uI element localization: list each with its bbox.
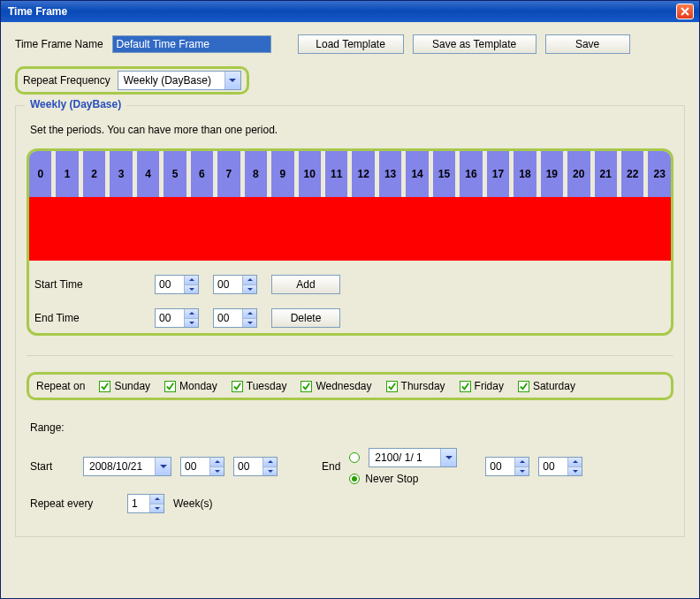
end-hour-spinner[interactable]: [155, 308, 199, 328]
hour-cell[interactable]: 11: [321, 151, 347, 197]
hour-cell[interactable]: 18: [509, 151, 536, 197]
weekly-instruction: Set the periods. You can have more than …: [30, 124, 673, 136]
day-label: Wednesday: [316, 380, 371, 392]
range-start-hour-spinner[interactable]: [180, 457, 224, 476]
repeat-every-down[interactable]: [150, 504, 164, 513]
hour-cell[interactable]: 17: [483, 151, 509, 197]
hour-cell[interactable]: 20: [563, 151, 590, 197]
start-min-up[interactable]: [243, 276, 256, 284]
hour-cell[interactable]: 3: [105, 151, 132, 197]
range-start-hour-up[interactable]: [210, 458, 224, 466]
chevron-up-icon: [155, 497, 160, 500]
close-button[interactable]: [676, 4, 694, 19]
range-end-min-input[interactable]: [539, 458, 567, 475]
end-min-up[interactable]: [243, 309, 256, 318]
checkbox[interactable]: [460, 381, 471, 392]
hour-cell[interactable]: 15: [429, 151, 455, 197]
time-frame-name-input[interactable]: [112, 35, 271, 53]
hour-cell[interactable]: 13: [375, 151, 401, 197]
range-end-hour-up[interactable]: [515, 458, 529, 466]
hour-cell[interactable]: 9: [267, 151, 293, 197]
range-end-min-up[interactable]: [568, 458, 582, 466]
repeat-every-up[interactable]: [150, 495, 164, 504]
end-min-down[interactable]: [243, 318, 256, 328]
repeat-every-input[interactable]: [128, 495, 149, 512]
end-hour-down[interactable]: [185, 318, 198, 328]
range-end-hour-spinner[interactable]: [485, 457, 529, 476]
hour-cell[interactable]: 10: [294, 151, 321, 197]
add-period-button[interactable]: Add: [271, 275, 340, 294]
checkbox[interactable]: [164, 381, 176, 392]
end-hour-input[interactable]: [156, 309, 184, 327]
range-start-hour-input[interactable]: [181, 458, 209, 475]
end-min-input[interactable]: [214, 309, 242, 327]
range-start-date[interactable]: 2008/10/21: [83, 457, 171, 476]
hour-cell[interactable]: 4: [133, 151, 159, 197]
checkbox[interactable]: [232, 381, 243, 392]
range-start-min-down[interactable]: [263, 466, 277, 476]
range-never-stop-label: Never Stop: [365, 473, 418, 485]
hour-cell[interactable]: 23: [643, 151, 670, 197]
range-end-date-radio[interactable]: [349, 452, 360, 463]
day-label: Sunday: [114, 380, 150, 392]
chevron-down-icon: [520, 470, 525, 473]
range-start-min-up[interactable]: [263, 458, 277, 466]
hour-cell[interactable]: 21: [590, 151, 617, 197]
hour-cell[interactable]: 19: [536, 151, 563, 197]
range-start-min-spinner[interactable]: [233, 457, 278, 476]
day-checkbox-saturday: Saturday: [518, 380, 575, 392]
save-as-template-button[interactable]: Save as Template: [413, 34, 536, 54]
checkbox[interactable]: [301, 381, 312, 392]
range-never-stop-radio[interactable]: [349, 474, 360, 484]
chevron-down-icon: [247, 322, 253, 324]
repeat-frequency-select[interactable]: Weekly (DayBase): [118, 71, 241, 90]
chevron-down-icon: [229, 79, 236, 82]
range-start-hour-down[interactable]: [210, 466, 224, 476]
start-hour-input[interactable]: [156, 276, 184, 293]
repeat-frequency-highlight: Repeat Frequency Weekly (DayBase): [15, 66, 249, 95]
period-bar[interactable]: [29, 197, 671, 261]
hour-cell[interactable]: 7: [213, 151, 240, 197]
end-hour-up[interactable]: [185, 309, 198, 318]
checkbox[interactable]: [518, 381, 529, 392]
start-hour-down[interactable]: [185, 284, 198, 294]
load-template-button[interactable]: Load Template: [298, 34, 404, 54]
start-min-down[interactable]: [243, 284, 256, 294]
range-end-date[interactable]: 2100/ 1/ 1: [369, 448, 457, 467]
range-end-hour-down[interactable]: [515, 466, 529, 476]
hour-cell[interactable]: 5: [159, 151, 186, 197]
hour-cell[interactable]: 2: [79, 151, 105, 197]
save-button[interactable]: Save: [545, 34, 630, 54]
range-end-date-dropdown[interactable]: [440, 449, 456, 466]
chevron-down-icon: [247, 288, 253, 291]
divider: [27, 355, 673, 356]
day-label: Monday: [179, 380, 217, 392]
hour-cell[interactable]: 14: [401, 151, 428, 197]
repeat-every-spinner[interactable]: [127, 494, 164, 513]
chevron-down-icon: [155, 507, 160, 510]
hour-cell[interactable]: 16: [455, 151, 482, 197]
checkbox[interactable]: [386, 381, 398, 392]
range-end-hour-input[interactable]: [486, 458, 514, 475]
hour-cell[interactable]: 12: [347, 151, 374, 197]
range-end-min-spinner[interactable]: [538, 457, 582, 476]
range-end-min-down[interactable]: [568, 466, 582, 476]
hour-cell[interactable]: 0: [29, 151, 51, 197]
day-checkbox-wednesday: Wednesday: [301, 380, 371, 392]
start-min-input[interactable]: [214, 276, 242, 293]
hour-cell[interactable]: 6: [186, 151, 213, 197]
range-title: Range:: [30, 421, 670, 434]
checkbox[interactable]: [99, 381, 110, 392]
hour-cell[interactable]: 22: [617, 151, 643, 197]
end-min-spinner[interactable]: [213, 308, 257, 328]
repeat-frequency-dropdown-button[interactable]: [224, 72, 240, 89]
hour-cell[interactable]: 1: [51, 151, 78, 197]
start-hour-up[interactable]: [185, 276, 198, 284]
name-row: Time Frame Name Load Template Save as Te…: [15, 34, 685, 54]
hour-cell[interactable]: 8: [240, 151, 267, 197]
range-start-min-input[interactable]: [234, 458, 262, 475]
delete-period-button[interactable]: Delete: [271, 308, 340, 328]
start-min-spinner[interactable]: [213, 275, 257, 294]
start-hour-spinner[interactable]: [155, 275, 199, 294]
range-start-date-dropdown[interactable]: [155, 458, 171, 475]
